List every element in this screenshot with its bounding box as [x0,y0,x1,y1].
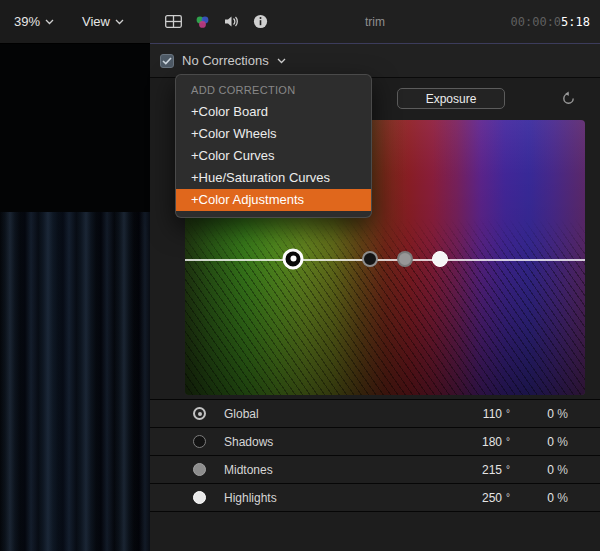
hue-unit: ° [502,464,514,475]
puck-shadows[interactable] [362,251,378,267]
inspector-toolbar: trim 00:00:05:18 [150,0,600,44]
board-center-line [185,259,585,261]
timecode-bright: 5:18 [561,15,590,29]
hue-value-field[interactable]: 215 [442,463,502,477]
chevron-down-icon [45,19,54,25]
video-inspector-icon[interactable] [164,14,182,30]
row-global[interactable]: Global 110 ° 0 % [150,400,600,428]
menu-item-color-board[interactable]: +Color Board [176,101,371,123]
color-inspector-panel: No Corrections Exposure Glo [150,44,600,551]
puck-midtones[interactable] [397,251,413,267]
info-icon[interactable] [251,14,269,30]
percent-unit: % [554,435,568,449]
view-dropdown[interactable]: View [82,14,124,29]
percent-value-field[interactable]: 0 [514,491,554,505]
menu-header: ADD CORRECTION [176,75,371,101]
video-viewer [0,44,150,551]
global-puck-icon[interactable] [193,407,206,420]
hue-value-field[interactable]: 180 [442,435,502,449]
percent-unit: % [554,491,568,505]
shadows-puck-icon[interactable] [193,435,206,448]
tab-exposure-label: Exposure [426,92,477,106]
row-label: Global [224,407,259,421]
adjustment-rows: Global 110 ° 0 % Shadows 180 ° 0 % Midto… [150,399,600,512]
chevron-down-icon[interactable] [277,58,286,64]
color-inspector-icon[interactable] [193,14,211,30]
menu-item-color-adjustments[interactable]: +Color Adjustments [176,189,371,211]
hue-unit: ° [502,492,514,503]
view-label: View [82,14,110,29]
undo-icon [561,91,576,106]
final-cut-color-inspector: 39% View [0,0,600,551]
puck-highlights[interactable] [432,251,448,267]
hue-value-field[interactable]: 250 [442,491,502,505]
checkmark-icon [162,57,172,65]
midtones-puck-icon[interactable] [193,463,206,476]
percent-value-field[interactable]: 0 [514,407,554,421]
menu-item-color-wheels[interactable]: +Color Wheels [176,123,371,145]
chevron-down-icon [115,19,124,25]
hue-value-field[interactable]: 110 [442,407,502,421]
percent-unit: % [554,463,568,477]
row-label: Highlights [224,491,277,505]
row-midtones[interactable]: Midtones 215 ° 0 % [150,456,600,484]
menu-item-color-curves[interactable]: +Color Curves [176,145,371,167]
row-label: Shadows [224,435,273,449]
reset-button[interactable] [558,88,578,108]
correction-enabled-checkbox[interactable] [160,54,174,68]
corrections-dropdown-label[interactable]: No Corrections [182,53,269,68]
percent-unit: % [554,407,568,421]
corrections-bar: No Corrections [150,44,600,78]
video-frame-curtain [0,212,150,551]
percent-value-field[interactable]: 0 [514,463,554,477]
percent-value-field[interactable]: 0 [514,435,554,449]
puck-global[interactable] [283,248,304,269]
row-highlights[interactable]: Highlights 250 ° 0 % [150,484,600,512]
zoom-dropdown[interactable]: 39% [14,14,54,29]
row-shadows[interactable]: Shadows 180 ° 0 % [150,428,600,456]
board-hatch [185,219,585,395]
row-label: Midtones [224,463,273,477]
highlights-puck-icon[interactable] [193,491,206,504]
hue-unit: ° [502,408,514,419]
add-correction-menu: ADD CORRECTION +Color Board +Color Wheel… [175,74,372,218]
toolbar: 39% View [0,0,600,44]
hue-unit: ° [502,436,514,447]
timecode-dim: 00:00:0 [511,15,562,29]
tab-exposure[interactable]: Exposure [397,88,505,109]
viewer-toolbar: 39% View [0,0,150,44]
menu-item-hue-saturation-curves[interactable]: +Hue/Saturation Curves [176,167,371,189]
audio-inspector-icon[interactable] [222,14,240,30]
zoom-level: 39% [14,14,40,29]
timecode: 00:00:05:18 [511,15,590,29]
